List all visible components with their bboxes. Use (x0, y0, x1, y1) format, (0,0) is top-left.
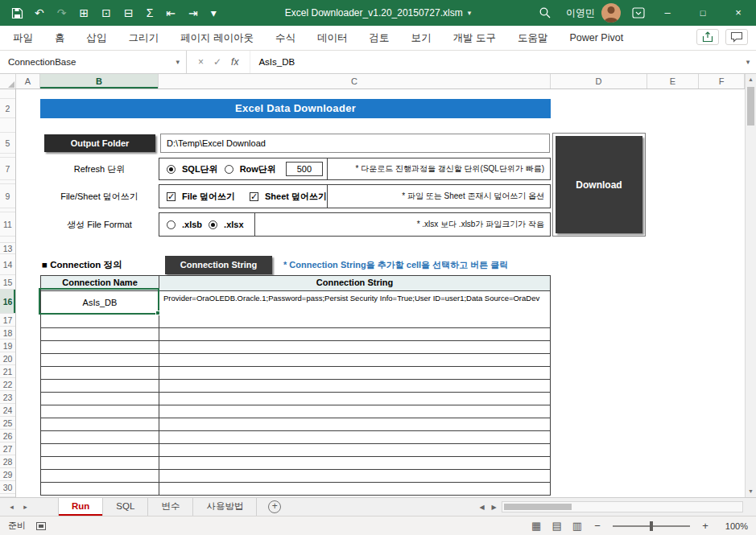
row-header[interactable]: 27 (0, 442, 15, 455)
connection-name-cell[interactable] (41, 367, 159, 379)
connection-string-cell[interactable] (159, 405, 550, 418)
row-header[interactable]: 24 (0, 404, 15, 417)
column-header[interactable]: F (699, 74, 745, 88)
sheet-tab[interactable]: Run (58, 498, 103, 516)
row-header[interactable]: 26 (0, 430, 15, 442)
vertical-scroll-thumb[interactable] (747, 87, 754, 126)
ribbon-tab[interactable]: 삽입 (87, 26, 107, 50)
horizontal-scroll-track[interactable] (502, 501, 743, 512)
column-header[interactable]: E (647, 74, 699, 88)
column-header[interactable]: C (159, 74, 551, 88)
connection-string-cell[interactable] (159, 483, 550, 495)
row-header[interactable]: 5 (0, 133, 15, 154)
connection-string-cell[interactable] (159, 418, 550, 430)
ribbon-tab[interactable]: 파일 (13, 26, 33, 50)
sheet-tab[interactable]: SQL (103, 498, 148, 516)
indent-decrease-icon[interactable]: ⇤ (166, 0, 176, 26)
row-header[interactable]: 19 (0, 340, 15, 352)
row-header[interactable]: 9 (0, 184, 15, 208)
connection-string-cell[interactable] (159, 393, 550, 405)
name-box[interactable]: ConnectionBase ▾ (0, 51, 187, 73)
connection-name-cell[interactable] (41, 380, 159, 392)
minimize-icon[interactable]: – (650, 0, 685, 26)
row-unit-radio[interactable] (225, 165, 233, 174)
ribbon-tab[interactable]: 홈 (55, 26, 65, 50)
sql-unit-radio[interactable] (167, 165, 176, 174)
close-icon[interactable]: × (721, 0, 756, 26)
ribbon-display-options-icon[interactable] (632, 7, 645, 19)
row-header[interactable]: 20 (0, 352, 15, 365)
connection-string-cell[interactable] (159, 328, 550, 340)
vertical-scrollbar[interactable]: ▲ ▼ (745, 74, 756, 497)
connection-string-button[interactable]: Connection String (165, 256, 272, 274)
row-header[interactable]: 14 (0, 254, 15, 275)
connection-name-cell[interactable] (41, 393, 159, 405)
connection-name-cell[interactable] (41, 431, 159, 443)
horizontal-scrollbar[interactable]: ◀ ▶ (476, 500, 743, 513)
row-header[interactable]: 22 (0, 378, 15, 391)
connection-string-cell[interactable] (159, 341, 550, 353)
file-overwrite-checkbox[interactable] (167, 192, 176, 201)
redo-icon[interactable]: ↷ (57, 0, 67, 26)
zoom-in-button[interactable]: + (700, 520, 710, 532)
connection-name-cell[interactable] (41, 470, 159, 482)
refresh-unit-input[interactable]: 500 (286, 162, 323, 176)
formula-bar-expand-icon[interactable]: ▾ (740, 51, 756, 73)
ribbon-tab[interactable]: Power Pivot (569, 26, 623, 50)
row-header[interactable]: 2 (0, 99, 15, 118)
borders-icon[interactable]: ⊡ (101, 0, 111, 26)
connection-name-cell[interactable]: AsIs_DB (41, 291, 159, 315)
connection-string-cell[interactable] (159, 444, 550, 456)
zoom-level[interactable]: 100% (721, 521, 748, 531)
scroll-left-icon[interactable]: ◀ (476, 504, 488, 511)
xlsx-radio[interactable] (209, 220, 217, 229)
download-button[interactable]: Download (556, 136, 642, 233)
connection-name-cell[interactable] (41, 315, 159, 327)
scroll-up-icon[interactable]: ▲ (746, 74, 756, 85)
row-header[interactable]: 7 (0, 158, 15, 180)
search-icon[interactable] (539, 6, 552, 19)
ribbon-tab[interactable]: 데이터 (317, 26, 348, 50)
undo-icon[interactable]: ↶ (35, 0, 44, 26)
output-folder-path[interactable]: D:\Temp\Excel Download (160, 134, 550, 153)
connection-string-cell[interactable] (159, 315, 550, 327)
row-header[interactable]: 16 (0, 290, 15, 314)
row-header[interactable]: 18 (0, 327, 15, 340)
column-header[interactable]: B (40, 74, 159, 88)
connection-name-cell[interactable] (41, 341, 159, 353)
connection-name-cell[interactable] (41, 418, 159, 430)
row-header[interactable]: 15 (0, 275, 15, 290)
user-avatar[interactable] (601, 3, 621, 23)
connection-name-cell[interactable] (41, 457, 159, 469)
page-break-view-icon[interactable]: ▥ (572, 517, 582, 535)
qat-customize-chevron-icon[interactable]: ▾ (211, 0, 217, 26)
indent-increase-icon[interactable]: ⇥ (188, 0, 198, 26)
connection-name-cell[interactable] (41, 354, 159, 366)
sheet-tab[interactable]: 사용방법 (193, 498, 257, 516)
name-box-dropdown-icon[interactable]: ▾ (176, 51, 180, 73)
insert-function-icon[interactable]: fx (231, 56, 238, 68)
connection-string-cell[interactable] (159, 457, 550, 469)
sheet-nav-right-icon[interactable]: ▸ (19, 498, 32, 516)
row-header[interactable]: 21 (0, 365, 15, 378)
row-header[interactable]: 28 (0, 455, 15, 468)
share-icon[interactable] (696, 29, 719, 45)
new-sheet-button[interactable]: + (268, 500, 281, 513)
sheet-tab[interactable]: 변수 (148, 498, 193, 516)
sheet-overwrite-checkbox[interactable] (250, 192, 258, 201)
ribbon-tab[interactable]: 그리기 (129, 26, 159, 50)
enter-icon[interactable]: ✓ (213, 56, 221, 68)
horizontal-scroll-thumb[interactable] (504, 504, 572, 510)
ribbon-tab[interactable]: 수식 (275, 26, 295, 50)
ribbon-tab[interactable]: 도움말 (518, 26, 548, 50)
scroll-down-icon[interactable]: ▼ (746, 486, 756, 497)
ribbon-tab[interactable]: 페이지 레이아웃 (180, 26, 254, 50)
macro-record-icon[interactable] (36, 522, 46, 530)
row-header[interactable]: 29 (0, 468, 15, 481)
page-layout-view-icon[interactable]: ▤ (552, 517, 561, 535)
zoom-out-button[interactable]: − (593, 520, 602, 532)
connection-string-cell[interactable] (159, 431, 550, 443)
xlsb-radio[interactable] (167, 220, 176, 229)
zoom-slider[interactable] (613, 525, 690, 527)
scroll-right-icon[interactable]: ▶ (488, 504, 500, 511)
